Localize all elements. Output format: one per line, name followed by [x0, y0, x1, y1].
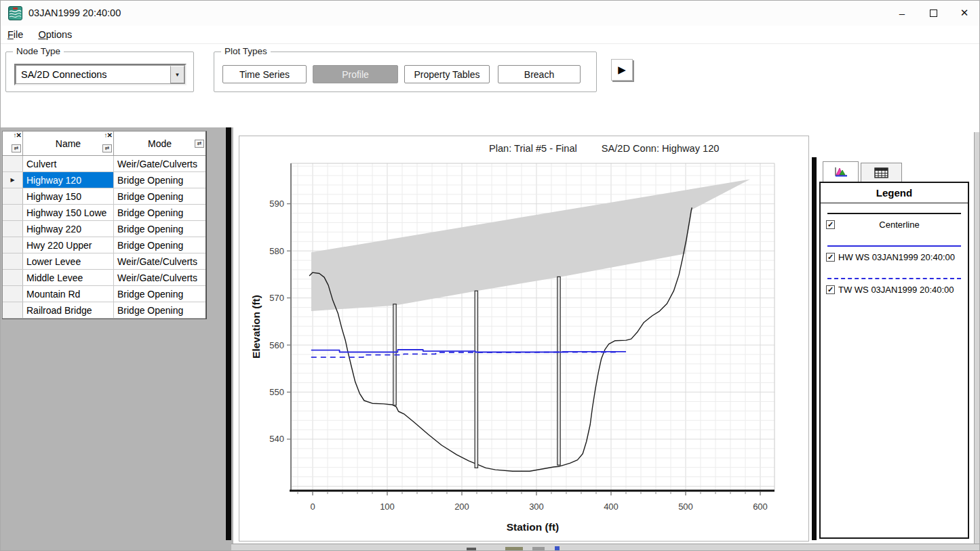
cell-name[interactable]: Mountain Rd — [23, 286, 114, 302]
cell-mode[interactable]: Bridge Opening — [114, 237, 205, 253]
window-title: 03JAN1999 20:40:00 — [28, 7, 121, 18]
legend-checkbox[interactable]: ✓ — [826, 220, 835, 229]
legend-line-sample-dashed-blue — [827, 278, 961, 279]
cell-name[interactable]: Highway 120 — [23, 172, 114, 188]
cell-name[interactable]: Railroad Bridge — [23, 302, 114, 318]
series-hw-ws-03jan1999-20-40-00 — [311, 350, 626, 352]
x-tick-label: 600 — [753, 502, 768, 512]
series-bridge-deck — [311, 180, 750, 312]
cell-name[interactable]: Highway 150 Lowe — [23, 205, 114, 220]
dropdown-arrow-button[interactable]: ▼ — [170, 66, 184, 83]
tab-chart-view[interactable] — [823, 161, 859, 182]
row-marker — [3, 286, 23, 302]
node-type-selected-value: SA/2D Connections — [16, 69, 170, 80]
cell-name[interactable]: Hwy 220 Upper — [23, 237, 114, 253]
cell-mode[interactable]: Bridge Opening — [114, 188, 205, 204]
table-row-highway-220[interactable]: Highway 220Bridge Opening — [3, 221, 205, 237]
y-tick-label: 540 — [269, 434, 284, 444]
plot-type-button-time-series[interactable]: Time Series — [222, 65, 307, 83]
chart-title-connection: SA/2D Conn: Highway 120 — [602, 143, 720, 154]
right-splitter-handle[interactable] — [812, 157, 817, 540]
y-tick-label: 590 — [269, 199, 284, 209]
minimize-icon: – — [899, 7, 905, 19]
table-row-hwy-220-upper[interactable]: Hwy 220 UpperBridge Opening — [3, 237, 205, 253]
cell-mode[interactable]: Weir/Gate/Culverts — [114, 253, 205, 269]
table-icon — [874, 167, 888, 178]
cell-mode[interactable]: Weir/Gate/Culverts — [114, 270, 205, 285]
profile-chart-svg: 0100200300400500600540550560570580590 — [239, 136, 808, 541]
row-marker — [3, 221, 23, 237]
legend-checkbox[interactable]: ✓ — [826, 285, 835, 294]
sort-close-icon[interactable]: ↑✕ — [104, 132, 112, 139]
maximize-button[interactable] — [918, 0, 949, 26]
cell-mode[interactable]: Weir/Gate/Culverts — [114, 156, 205, 171]
column-header-name-label: Name — [56, 138, 81, 149]
row-marker — [3, 188, 23, 204]
table-body: CulvertWeir/Gate/Culverts▶Highway 120Bri… — [3, 156, 205, 319]
table-row-middle-levee[interactable]: Middle LeveeWeir/Gate/Culverts — [3, 270, 205, 286]
column-header-mode[interactable]: Mode ⇄ — [114, 131, 205, 155]
maximize-icon — [930, 9, 937, 17]
row-marker — [3, 156, 23, 171]
column-adjust-icon[interactable]: ⇄ — [195, 140, 204, 148]
left-splitter-handle[interactable] — [226, 127, 231, 540]
legend-row: ✓TW WS 03JAN1999 20:40:00 — [826, 285, 964, 295]
table-row-mountain-rd[interactable]: Mountain RdBridge Opening — [3, 286, 205, 302]
legend-checkbox[interactable]: ✓ — [826, 253, 835, 262]
table-row-highway-150[interactable]: Highway 150Bridge Opening — [3, 188, 205, 205]
legend-line-sample-solid-black — [827, 213, 961, 214]
cell-mode[interactable]: Bridge Opening — [114, 302, 205, 318]
row-marker — [3, 205, 23, 220]
sort-close-icon[interactable]: ↑✕ — [14, 132, 21, 139]
close-icon: ✕ — [960, 7, 969, 19]
x-tick-label: 400 — [604, 502, 619, 512]
table-row-culvert[interactable]: CulvertWeir/Gate/Culverts — [3, 156, 205, 172]
legend-label: Centerline — [835, 220, 964, 230]
table-corner-cell[interactable]: ↑✕ ⇄ — [3, 131, 23, 155]
plot-type-button-profile[interactable]: Profile — [313, 65, 398, 83]
table-row-lower-levee[interactable]: Lower LeveeWeir/Gate/Culverts — [3, 253, 205, 270]
row-marker — [3, 253, 23, 269]
plot-type-button-property-tables[interactable]: Property Tables — [404, 65, 490, 83]
cell-mode[interactable]: Bridge Opening — [114, 172, 205, 188]
column-adjust-icon[interactable]: ⇄ — [12, 144, 21, 152]
y-tick-label: 580 — [269, 246, 284, 256]
node-type-dropdown[interactable]: SA/2D Connections ▼ — [14, 64, 187, 85]
plot-types-group: Plot Types Time SeriesProfileProperty Ta… — [214, 52, 597, 92]
legend-label: HW WS 03JAN1999 20:40:00 — [838, 252, 955, 262]
column-header-name[interactable]: Name ↑✕ ⇄ — [23, 131, 114, 155]
plot-type-button-breach[interactable]: Breach — [498, 65, 581, 83]
row-marker — [3, 270, 23, 285]
menu-file[interactable]: File — [7, 29, 23, 40]
cell-name[interactable]: Highway 150 — [23, 188, 114, 204]
table-row-highway-120[interactable]: ▶Highway 120Bridge Opening — [3, 172, 205, 188]
chart-title: Plan: Trial #5 - Final SA/2D Conn: Highw… — [489, 143, 719, 154]
cell-mode[interactable]: Bridge Opening — [114, 205, 205, 220]
cell-name[interactable]: Middle Levee — [23, 270, 114, 285]
legend-item-centerline: ✓Centerline — [821, 213, 968, 230]
column-adjust-icon[interactable]: ⇄ — [102, 144, 112, 152]
bridge-pier-3 — [557, 277, 560, 465]
node-type-group-label: Node Type — [13, 46, 64, 56]
cell-name[interactable]: Lower Levee — [23, 253, 114, 269]
menu-bar: File Options — [0, 26, 980, 44]
tab-table-view[interactable] — [861, 163, 902, 182]
legend-label: TW WS 03JAN1999 20:40:00 — [838, 285, 954, 295]
x-tick-label: 300 — [529, 502, 544, 512]
x-tick-label: 200 — [454, 502, 469, 512]
table-header-row: ↑✕ ⇄ Name ↑✕ ⇄ Mode ⇄ — [3, 131, 205, 156]
x-tick-label: 100 — [380, 502, 395, 512]
table-row-highway-150-lowe[interactable]: Highway 150 LoweBridge Opening — [3, 205, 205, 221]
cell-name[interactable]: Culvert — [23, 156, 114, 171]
table-row-railroad-bridge[interactable]: Railroad BridgeBridge Opening — [3, 302, 205, 319]
x-tick-label: 0 — [310, 502, 315, 512]
cell-mode[interactable]: Bridge Opening — [114, 286, 205, 302]
minimize-button[interactable]: – — [886, 0, 918, 26]
menu-options[interactable]: Options — [38, 29, 72, 40]
legend-row: ✓HW WS 03JAN1999 20:40:00 — [826, 252, 964, 262]
animate-button[interactable]: ▶ — [611, 59, 633, 81]
cell-mode[interactable]: Bridge Opening — [114, 221, 205, 237]
cell-name[interactable]: Highway 220 — [23, 221, 114, 237]
close-button[interactable]: ✕ — [949, 0, 980, 26]
x-tick-label: 500 — [678, 502, 693, 512]
